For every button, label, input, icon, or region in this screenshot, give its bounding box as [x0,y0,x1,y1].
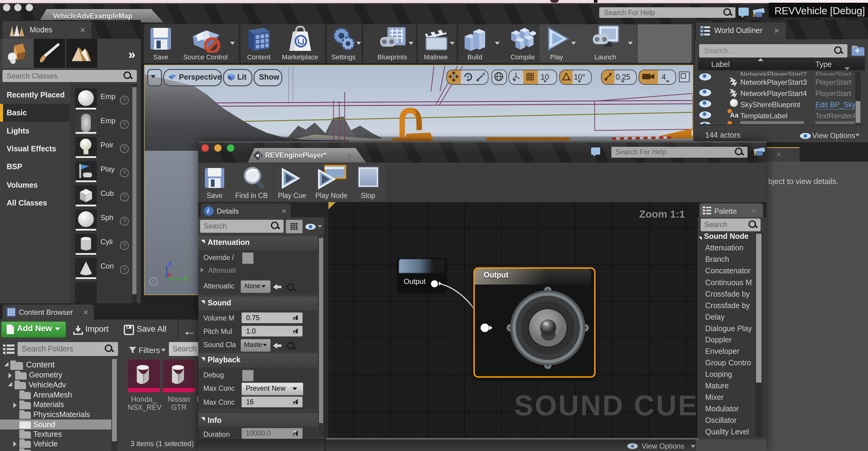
svg-text:Z: Z [168,260,172,268]
svg-text:?: ? [152,279,155,285]
svg-text:X: X [168,272,172,278]
svg-text:Y: Y [183,275,188,282]
